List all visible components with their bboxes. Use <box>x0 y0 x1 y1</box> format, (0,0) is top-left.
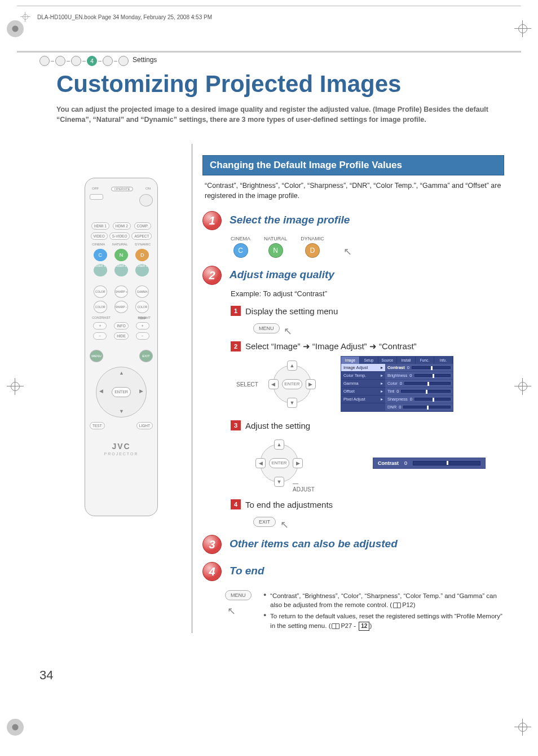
page-number: 34 <box>39 668 53 683</box>
natural-button: N <box>268 243 283 258</box>
register-icon <box>20 12 30 22</box>
book-header: DLA-HD100U_EN.book Page 34 Monday, Febru… <box>17 6 521 25</box>
section-desc: “Contrast”, “Brightness”, “Color”, “Shar… <box>205 181 502 201</box>
step-1-title: Select the image profile <box>230 211 350 226</box>
step-4: 4 To end <box>202 562 504 581</box>
cursor-icon: ↖ <box>284 326 292 337</box>
step-3: 3 Other items can also be adjusted <box>202 535 504 554</box>
remote-illustration: OFFOPERATEON HDMI 1HDMI 2COMP. VIDEOS-VI… <box>85 178 180 516</box>
step-2: 2 Adjust image quality <box>202 266 504 285</box>
contrast-bar: Contrast 0 <box>373 458 486 469</box>
bullet-1: “Contrast”, “Brightness”, “Color”, “Shar… <box>263 591 504 609</box>
book-icon <box>393 603 401 608</box>
breadcrumb-label: Settings <box>133 56 157 64</box>
header-rule <box>17 51 521 52</box>
page-title: Customizing Projected Images <box>56 71 401 98</box>
dpad-icon: ▲▼◀▶ ENTER <box>268 361 316 408</box>
step-1: 1 Select the image profile <box>202 211 504 230</box>
osd-menu-screenshot: Image Setup Source Install Func. Info. I… <box>341 356 453 412</box>
breadcrumb-step-4: 4 <box>87 56 97 66</box>
menu-button: MENU <box>225 590 252 600</box>
book-header-text: DLA-HD100U_EN.book Page 34 Monday, Febru… <box>37 14 212 20</box>
brand-logo: JVC <box>90 442 153 451</box>
bullet-2: To return to the default values, reset t… <box>263 612 504 630</box>
step-2-example: Example: To adjust “Contrast” <box>231 289 504 298</box>
dynamic-button: D <box>305 243 320 258</box>
exit-button: EXIT <box>253 517 276 527</box>
breadcrumb-steps: 4 <box>39 56 129 66</box>
step-badge-1: 1 <box>202 211 222 230</box>
cursor-icon: ↖ <box>343 245 352 258</box>
cursor-icon: ↖ <box>227 605 236 617</box>
book-icon <box>332 623 339 629</box>
section-heading: Changing the Default Image Profile Value… <box>202 155 504 175</box>
intro-text: You can adjust the projected image to a … <box>56 104 504 125</box>
cursor-icon: ↖ <box>280 519 289 530</box>
profile-buttons: CINEMAC NATURALN DYNAMICD ↖ <box>231 236 504 258</box>
menu-button: MENU <box>253 323 280 333</box>
cinema-button: C <box>233 243 248 258</box>
